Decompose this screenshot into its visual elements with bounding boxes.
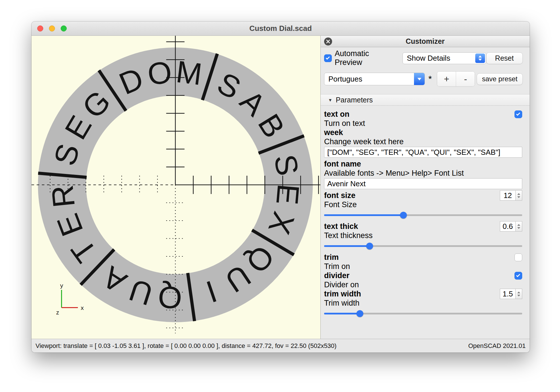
preset-dropdown[interactable]: Portugues [324, 73, 425, 85]
param-week: week Change week text here [324, 128, 522, 159]
param-divider-name: divider [324, 271, 350, 280]
slider-thumb [366, 243, 373, 250]
text-thick-slider[interactable] [324, 242, 522, 250]
trim-width-spinbox[interactable]: 1.5 [500, 289, 522, 299]
reset-button[interactable]: Reset [486, 52, 523, 64]
spinner-down-icon [517, 295, 520, 296]
font-size-value: 12 [500, 190, 516, 201]
param-text-on-desc: Turn on text [324, 119, 522, 128]
spinner-up-icon [517, 292, 520, 293]
customizer-header: Customizer [321, 36, 530, 47]
chevron-updown-icon [475, 54, 485, 63]
checkmark-icon [516, 273, 520, 277]
param-trim-width: trim width 1.5 Trim width [324, 289, 522, 317]
param-font-size-name: font size [324, 191, 356, 200]
collapse-triangle-icon: ▼ [328, 98, 332, 102]
axis-x-label: x [81, 304, 84, 311]
param-text-on: text on Turn on text [324, 110, 522, 128]
preset-dropdown-value: Portugues [328, 75, 362, 84]
param-text-on-name: text on [324, 110, 350, 119]
text-thick-spinbox[interactable]: 0.6 [500, 221, 522, 231]
details-dropdown-value: Show Details [407, 54, 450, 63]
zoom-window-button[interactable] [61, 25, 67, 31]
font-size-spinbox[interactable]: 12 [500, 190, 522, 201]
parameters-section-header[interactable]: ▼ Parameters [321, 94, 530, 106]
slider-thumb [400, 212, 407, 219]
param-divider-desc: Divider on [324, 280, 522, 289]
customizer-close-button[interactable] [324, 37, 332, 45]
param-text-thick: text thick 0.6 Text thickness [324, 222, 522, 250]
details-dropdown[interactable]: Show Details [403, 52, 486, 64]
preview-controls-row: Automatic Preview Show Details Reset [324, 52, 523, 64]
automatic-preview-label: Automatic Preview [335, 49, 398, 67]
preset-add-remove-group: + - [437, 71, 475, 87]
trim-checkbox[interactable] [514, 254, 522, 261]
param-text-thick-name: text thick [324, 222, 358, 231]
3d-viewport[interactable]: DOMSEGTERQUAQUISEXSAB y x z [31, 36, 320, 339]
slider-thumb [356, 310, 363, 317]
preset-modified-marker: * [428, 76, 432, 82]
add-preset-button[interactable]: + [437, 72, 456, 86]
divider-checkbox[interactable] [514, 272, 522, 280]
week-text-input[interactable] [324, 147, 522, 158]
close-window-button[interactable] [37, 25, 43, 31]
dial-letter: O [145, 54, 174, 92]
customizer-panel: Customizer Automatic Preview Show Detail… [320, 36, 530, 339]
font-size-slider[interactable] [324, 211, 522, 219]
param-trim-name: trim [324, 253, 339, 262]
dial-letter: M [174, 54, 204, 92]
param-font-size-desc: Font Size [324, 200, 522, 209]
spinner-down-icon [517, 227, 520, 229]
param-font-name: font name Available fonts -> Menu> Help>… [324, 159, 522, 191]
param-trim-width-desc: Trim width [324, 298, 522, 308]
chevron-down-icon [414, 73, 425, 85]
font-name-input[interactable] [324, 178, 522, 189]
viewport-status-text: Viewport: translate = [ 0.03 -1.05 3.61 … [36, 342, 336, 350]
param-font-size: font size 12 Font Size [324, 191, 522, 219]
window-titlebar: Custom Dial.scad [31, 21, 530, 36]
param-trim: trim Trim on [324, 253, 522, 271]
spinner-up-icon [517, 224, 520, 226]
minimize-window-button[interactable] [49, 25, 55, 31]
param-divider: divider Divider on [324, 271, 522, 289]
trim-width-value: 1.5 [500, 289, 516, 299]
text-on-checkbox[interactable] [514, 110, 522, 118]
dial-letter: Q [157, 280, 183, 316]
openscad-window: Custom Dial.scad DOMSEGTERQUAQUISEXSAB y… [31, 21, 530, 353]
automatic-preview-checkbox[interactable] [324, 54, 332, 62]
param-week-desc: Change week text here [324, 137, 522, 146]
parameters-header-label: Parameters [336, 96, 373, 104]
preset-controls-row: Portugues * + - save preset [324, 71, 523, 87]
text-thick-value: 0.6 [500, 221, 516, 231]
param-font-name-desc: Available fonts -> Menu> Help> Font List [324, 169, 522, 178]
param-font-name-name: font name [324, 160, 361, 169]
spinner-arrows[interactable] [516, 289, 522, 299]
checkmark-icon [326, 56, 330, 60]
dial-letter: R [45, 183, 81, 209]
param-trim-width-name: trim width [324, 290, 361, 298]
trim-width-slider[interactable] [324, 310, 522, 317]
spinner-up-icon [517, 193, 520, 195]
param-text-thick-desc: Text thickness [324, 231, 522, 240]
version-text: OpenSCAD 2021.01 [468, 342, 526, 350]
save-preset-button[interactable]: save preset [477, 73, 523, 85]
dial-letter: E [270, 183, 306, 206]
remove-preset-button[interactable]: - [456, 72, 475, 86]
spinner-down-icon [517, 196, 520, 198]
axis-z-label: z [56, 309, 59, 316]
param-week-name: week [324, 128, 343, 137]
dial-preview: DOMSEGTERQUAQUISEXSAB y x z [31, 36, 320, 339]
axis-gizmo: y x z [56, 282, 84, 316]
customizer-title: Customizer [406, 37, 445, 45]
parameters-list: text on Turn on text week Change week te… [321, 106, 530, 320]
axis-y-label: y [60, 282, 63, 289]
spinner-arrows[interactable] [516, 190, 522, 201]
checkmark-icon [516, 112, 520, 116]
param-trim-desc: Trim on [324, 262, 522, 271]
status-bar: Viewport: translate = [ 0.03 -1.05 3.61 … [31, 339, 530, 353]
spinner-arrows[interactable] [516, 221, 522, 231]
window-title: Custom Dial.scad [31, 24, 530, 33]
close-icon [326, 39, 330, 43]
